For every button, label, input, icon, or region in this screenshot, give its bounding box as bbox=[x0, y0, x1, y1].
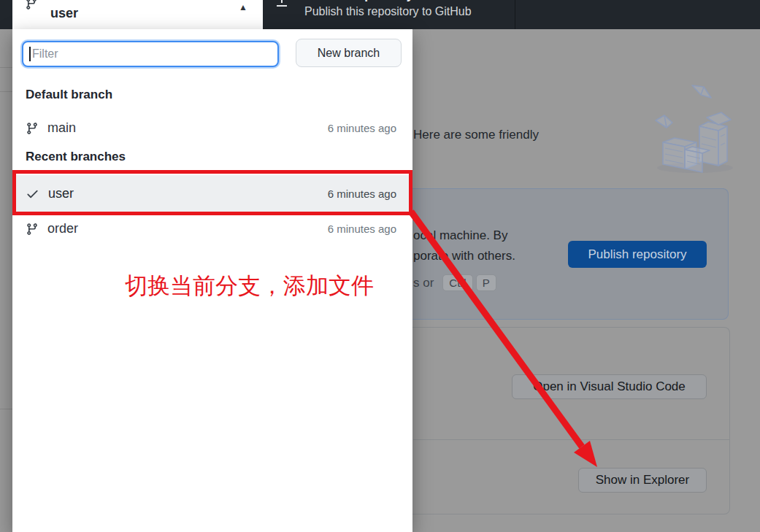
text-caret bbox=[29, 47, 31, 61]
sidebar-divider bbox=[0, 67, 12, 68]
current-branch-name: user bbox=[50, 0, 78, 26]
branch-row-main[interactable]: main 6 minutes ago bbox=[12, 112, 412, 144]
annotation-text: 切换当前分支，添加文件 bbox=[125, 271, 374, 301]
current-branch-button[interactable]: user ▲ bbox=[12, 0, 263, 29]
sidebar-divider bbox=[0, 409, 12, 409]
new-branch-button[interactable]: New branch bbox=[296, 39, 402, 67]
crumpled-paper-illustration bbox=[642, 75, 734, 174]
branch-name: order bbox=[47, 221, 78, 236]
recent-branches-heading: Recent branches bbox=[26, 150, 126, 164]
annotation-arrow bbox=[394, 197, 628, 504]
branch-filter-input[interactable] bbox=[22, 41, 279, 67]
publish-repository-toolbar-button[interactable]: Publish repository Publish this reposito… bbox=[263, 0, 515, 29]
branch-name: main bbox=[47, 120, 76, 136]
default-branch-heading: Default branch bbox=[26, 88, 112, 102]
git-branch-icon bbox=[26, 122, 39, 135]
sidebar-divider bbox=[0, 91, 12, 92]
branch-updated-time: 6 minutes ago bbox=[328, 122, 396, 134]
toolbar: user ▲ Publish repository Publish this r… bbox=[0, 0, 760, 29]
suggestions-text-fragment: Here are some friendly bbox=[413, 128, 539, 142]
git-branch-icon bbox=[26, 223, 39, 236]
annotation-highlight-box bbox=[12, 170, 412, 215]
publish-subtitle: Publish this repository to GitHub bbox=[304, 5, 472, 18]
git-branch-icon bbox=[25, 0, 38, 10]
toolbar-divider bbox=[515, 0, 515, 29]
branch-row-order[interactable]: order 6 minutes ago bbox=[12, 213, 412, 244]
publish-title: Publish repository bbox=[304, 0, 413, 3]
chevron-up-icon: ▲ bbox=[239, 0, 247, 15]
branch-updated-time: 6 minutes ago bbox=[328, 223, 396, 235]
publish-upload-icon bbox=[275, 0, 289, 11]
